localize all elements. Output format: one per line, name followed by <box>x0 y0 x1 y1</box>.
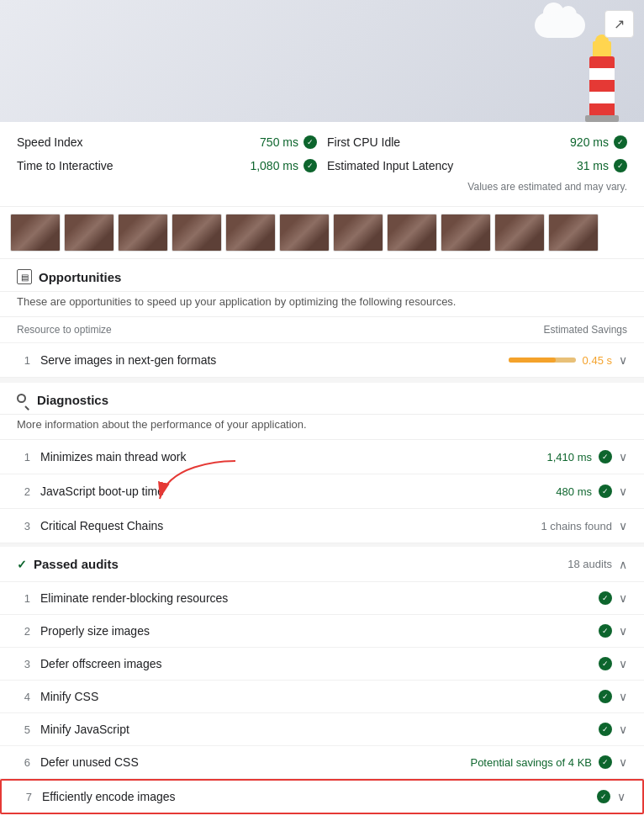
speed-index-row: Speed Index 750 ms ✓ <box>17 135 317 149</box>
expand-audit-1[interactable]: ∨ <box>619 591 627 605</box>
filmstrip-section <box>0 207 644 259</box>
passed-audits-title: Passed audits <box>34 557 119 571</box>
eil-label: Estimated Input Latency <box>327 159 453 172</box>
filmstrip-frame-7 <box>333 214 383 252</box>
lighthouse-body <box>589 56 615 115</box>
audit-row-2-num: 2 <box>17 625 30 638</box>
speed-index-check: ✓ <box>304 135 317 149</box>
audit-row-6-text: Defer unused CSS <box>40 755 139 769</box>
passed-audits-section: ✓ Passed audits 18 audits ∧ 1 Eliminate … <box>0 547 644 821</box>
savings-bar-container: 0.45 s <box>509 354 612 367</box>
audit-row-7-text: Efficiently encode images <box>42 790 176 803</box>
expand-audit-5[interactable]: ∨ <box>619 723 627 736</box>
audit-row-3-text: Defer offscreen images <box>40 657 161 670</box>
filmstrip-frame-9 <box>441 214 491 252</box>
audit-row-6-left: 6 Defer unused CSS <box>17 755 139 769</box>
opportunities-section: ▤ Opportunities These are opportunities … <box>0 259 644 378</box>
expand-opportunity-1[interactable]: ∨ <box>619 353 627 367</box>
diag-row-1-num: 1 <box>17 451 30 463</box>
tti-value: 1,080 ms ✓ <box>250 159 317 172</box>
metrics-section: Speed Index 750 ms ✓ First CPU Idle 920 … <box>0 122 644 207</box>
diag-row-3-text: Critical Request Chains <box>40 519 163 532</box>
diag-row-3-left: 3 Critical Request Chains <box>17 519 163 532</box>
cloud-decoration <box>535 13 585 38</box>
opportunities-table-header: Resource to optimize Estimated Savings <box>0 317 644 343</box>
opportunity-row-1[interactable]: 1 Serve images in next-gen formats 0.45 … <box>0 343 644 378</box>
filmstrip-frame-8 <box>387 214 437 252</box>
tti-label: Time to Interactive <box>17 159 113 172</box>
diag-row-1-left: 1 Minimizes main thread work <box>17 450 187 463</box>
expand-diag-3[interactable]: ∨ <box>619 519 627 532</box>
tti-check: ✓ <box>304 159 317 172</box>
audit-row-5-left: 5 Minify JavaScript <box>17 723 129 736</box>
diag-row-1-text: Minimizes main thread work <box>40 450 187 463</box>
eil-row: Estimated Input Latency 31 ms ✓ <box>327 159 627 172</box>
lighthouse-base <box>585 115 619 122</box>
diagnostics-search-icon <box>17 394 30 407</box>
diag-row-3[interactable]: 3 Critical Request Chains 1 chains found… <box>0 509 644 543</box>
audit-row-1[interactable]: 1 Eliminate render-blocking resources ✓ … <box>0 582 644 615</box>
col-savings-label: Estimated Savings <box>544 324 627 336</box>
diag-row-3-value: 1 chains found <box>541 520 612 532</box>
first-cpu-idle-row: First CPU Idle 920 ms ✓ <box>327 135 627 149</box>
audit-row-7-check: ✓ <box>597 790 610 803</box>
expand-diag-2[interactable]: ∨ <box>619 485 627 498</box>
audit-row-4-num: 4 <box>17 691 30 703</box>
diagnostics-header: Diagnostics <box>0 383 644 415</box>
passed-check-icon: ✓ <box>17 558 27 571</box>
passed-audits-header[interactable]: ✓ Passed audits 18 audits ∧ <box>0 547 644 582</box>
opportunities-desc: These are opportunities to speed up your… <box>0 292 644 317</box>
expand-audit-7[interactable]: ∨ <box>617 790 626 803</box>
share-button[interactable]: ↗ <box>604 10 634 38</box>
first-cpu-idle-value: 920 ms ✓ <box>570 135 627 149</box>
opportunity-row-1-right: 0.45 s ∨ <box>509 353 627 367</box>
diag-row-2-text: JavaScript boot-up time <box>40 485 164 498</box>
audit-row-5[interactable]: 5 Minify JavaScript ✓ ∨ <box>0 713 644 746</box>
audit-row-4-right: ✓ ∨ <box>599 690 627 703</box>
opportunities-title: Opportunities <box>39 270 121 284</box>
audit-row-6[interactable]: 6 Defer unused CSS Potential savings of … <box>0 746 644 779</box>
audit-row-7-right: ✓ ∨ <box>597 790 626 803</box>
audit-row-6-num: 6 <box>17 756 30 769</box>
savings-value: 0.45 s <box>583 354 612 367</box>
audit-row-4-text: Minify CSS <box>40 690 98 703</box>
diag-row-3-num: 3 <box>17 520 30 532</box>
metrics-grid: Speed Index 750 ms ✓ First CPU Idle 920 … <box>17 135 627 172</box>
audit-row-4[interactable]: 4 Minify CSS ✓ ∨ <box>0 681 644 713</box>
audit-row-2[interactable]: 2 Properly size images ✓ ∨ <box>0 615 644 648</box>
savings-bar-fill <box>509 358 556 363</box>
audit-row-8[interactable]: 8 Enable text compression ∨ <box>0 814 644 821</box>
opportunity-row-1-text: Serve images in next-gen formats <box>40 353 216 367</box>
col-resource-label: Resource to optimize <box>17 324 112 336</box>
speed-index-value: 750 ms ✓ <box>260 135 317 149</box>
audit-row-3-num: 3 <box>17 658 30 670</box>
diag-row-3-right: 1 chains found ∨ <box>541 519 627 532</box>
diag-row-1-value: 1,410 ms <box>547 451 592 463</box>
values-note: Values are estimated and may vary. <box>17 181 627 193</box>
filmstrip-frame-3 <box>118 214 168 252</box>
filmstrip-frame-1 <box>10 214 61 252</box>
audit-row-6-check: ✓ <box>599 755 612 769</box>
expand-audit-6[interactable]: ∨ <box>619 755 627 769</box>
lighthouse-top <box>593 41 611 56</box>
diag-row-2[interactable]: 2 JavaScript boot-up time 480 ms ✓ ∨ <box>0 474 644 509</box>
expand-diag-1[interactable]: ∨ <box>619 450 627 463</box>
first-cpu-idle-label: First CPU Idle <box>327 135 400 149</box>
first-cpu-idle-check: ✓ <box>614 135 627 149</box>
audit-row-3[interactable]: 3 Defer offscreen images ✓ ∨ <box>0 648 644 681</box>
diag-row-1[interactable]: 1 Minimizes main thread work 1,410 ms ✓ … <box>0 440 644 474</box>
eil-check: ✓ <box>614 159 627 172</box>
audit-row-7[interactable]: 7 Efficiently encode images ✓ ∨ <box>0 779 644 814</box>
audit-row-4-check: ✓ <box>599 690 612 703</box>
diag-row-1-check: ✓ <box>599 450 612 463</box>
audit-row-1-right: ✓ ∨ <box>599 591 627 605</box>
diagnostics-desc: More information about the performance o… <box>0 415 644 440</box>
audits-count: 18 audits <box>567 558 612 570</box>
expand-audit-4[interactable]: ∨ <box>619 690 627 703</box>
expand-audit-2[interactable]: ∨ <box>619 624 627 638</box>
diag-row-1-right: 1,410 ms ✓ ∨ <box>547 450 627 463</box>
expand-audit-3[interactable]: ∨ <box>619 657 627 670</box>
audit-row-2-text: Properly size images <box>40 624 150 638</box>
audit-row-4-left: 4 Minify CSS <box>17 690 98 703</box>
audit-row-3-right: ✓ ∨ <box>599 657 627 670</box>
